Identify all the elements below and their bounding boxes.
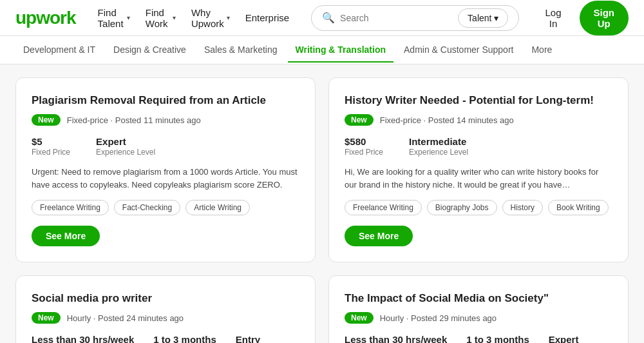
experience-value: Intermediate — [409, 136, 468, 147]
card-meta: New Hourly · Posted 24 minutes ago — [32, 312, 299, 324]
meta-text: Fixed-price · Posted 14 minutes ago — [380, 115, 514, 125]
new-badge: New — [345, 312, 374, 324]
price-label: Fixed Price — [32, 148, 70, 157]
job-details-row: $580 Fixed Price Intermediate Experience… — [345, 136, 612, 157]
tag[interactable]: Freelance Writing — [345, 200, 422, 215]
category-nav: Development & ITDesign & CreativeSales &… — [0, 36, 644, 64]
card-title: Plagiarism Removal Required from an Arti… — [32, 93, 299, 108]
cat-item-design[interactable]: Design & Creative — [106, 38, 194, 63]
main-nav: Find Talent ▾ Find Work ▾ Why Upwork ▾ E… — [91, 3, 296, 33]
price-label: Fixed Price — [345, 148, 383, 157]
new-badge: New — [345, 114, 374, 126]
nav-why-upwork[interactable]: Why Upwork ▾ — [185, 3, 236, 33]
tags: Freelance WritingFact-CheckingArticle Wr… — [32, 200, 299, 215]
tag[interactable]: Biography Jobs — [427, 200, 497, 215]
search-input[interactable] — [340, 13, 453, 23]
cat-item-sales[interactable]: Sales & Marketing — [196, 38, 285, 63]
see-more-button[interactable]: See More — [345, 226, 413, 246]
hours-block: Less than 30 hrs/week Hours needed — [32, 334, 134, 343]
nav-enterprise[interactable]: Enterprise — [239, 8, 296, 27]
cat-item-more[interactable]: More — [524, 38, 560, 63]
header: upwork Find Talent ▾ Find Work ▾ Why Upw… — [0, 0, 644, 36]
duration-block: 1 to 3 months Duration — [153, 334, 216, 343]
card-title: Social media pro writer — [32, 291, 299, 306]
chevron-down-icon: ▾ — [494, 13, 498, 23]
search-bar: 🔍 Talent ▾ — [311, 5, 519, 31]
meta-text: Hourly · Posted 29 minutes ago — [380, 313, 497, 323]
job-card-card-4: The Impact of Social Media on Society" N… — [328, 275, 629, 343]
cat-item-dev-it[interactable]: Development & IT — [15, 38, 103, 63]
main-content: Plagiarism Removal Required from an Arti… — [0, 64, 644, 343]
login-button[interactable]: Log In — [535, 2, 571, 34]
card-title: The Impact of Social Media on Society" — [345, 291, 612, 306]
hours-value: Less than 30 hrs/week — [345, 334, 447, 343]
job-card-card-3: Social media pro writer New Hourly · Pos… — [15, 275, 316, 343]
price-block: $580 Fixed Price — [345, 136, 383, 157]
logo[interactable]: upwork — [15, 8, 76, 28]
card-description: Hi, We are looking for a quality writer … — [345, 166, 612, 191]
experience-value: Expert — [96, 136, 155, 147]
tag[interactable]: Book Writing — [548, 200, 609, 215]
card-meta: New Hourly · Posted 29 minutes ago — [345, 312, 612, 324]
cat-item-admin[interactable]: Admin & Customer Support — [396, 38, 521, 63]
duration-value: 1 to 3 months — [153, 334, 216, 343]
header-actions: Log In Sign Up — [535, 1, 629, 35]
new-badge: New — [32, 114, 61, 126]
nav-find-work[interactable]: Find Work ▾ — [139, 3, 182, 33]
duration-block: 1 to 3 months Duration — [466, 334, 529, 343]
experience-label: Experience Level — [96, 148, 155, 157]
talent-dropdown-button[interactable]: Talent ▾ — [458, 8, 508, 28]
see-more-button[interactable]: See More — [32, 226, 100, 246]
card-description: Urgent: Need to remove plagiarism from a… — [32, 166, 299, 191]
price-value: $580 — [345, 136, 383, 147]
tag[interactable]: Freelance Writing — [32, 200, 109, 215]
card-meta: New Fixed-price · Posted 11 minutes ago — [32, 114, 299, 126]
chevron-down-icon: ▾ — [127, 14, 130, 21]
card-title: History Writer Needed - Potential for Lo… — [345, 93, 612, 108]
experience-block: Entry Experience Level — [236, 334, 295, 343]
meta-text: Hourly · Posted 24 minutes ago — [67, 313, 184, 323]
tags: Freelance WritingBiography JobsHistoryBo… — [345, 200, 612, 215]
duration-value: 1 to 3 months — [466, 334, 529, 343]
tag[interactable]: Article Writing — [185, 200, 250, 215]
new-badge: New — [32, 312, 61, 324]
hours-block: Less than 30 hrs/week Hours needed — [345, 334, 447, 343]
experience-block: Expert Experience Level — [549, 334, 608, 343]
jobs-grid: Plagiarism Removal Required from an Arti… — [15, 77, 629, 343]
signup-button[interactable]: Sign Up — [580, 1, 629, 35]
cat-item-writing[interactable]: Writing & Translation — [288, 38, 394, 63]
experience-block: Expert Experience Level — [96, 136, 155, 157]
experience-value: Expert — [549, 334, 608, 343]
card-meta: New Fixed-price · Posted 14 minutes ago — [345, 114, 612, 126]
price-block: $5 Fixed Price — [32, 136, 70, 157]
job-card-card-2: History Writer Needed - Potential for Lo… — [328, 77, 629, 262]
job-details-row: Less than 30 hrs/week Hours needed 1 to … — [32, 334, 299, 343]
search-icon: 🔍 — [322, 12, 335, 24]
tag[interactable]: History — [502, 200, 543, 215]
hours-value: Less than 30 hrs/week — [32, 334, 134, 343]
chevron-down-icon: ▾ — [173, 14, 176, 21]
meta-text: Fixed-price · Posted 11 minutes ago — [67, 115, 201, 125]
tag[interactable]: Fact-Checking — [114, 200, 180, 215]
price-value: $5 — [32, 136, 70, 147]
experience-label: Experience Level — [409, 148, 468, 157]
experience-block: Intermediate Experience Level — [409, 136, 468, 157]
job-details-row: $5 Fixed Price Expert Experience Level — [32, 136, 299, 157]
nav-find-talent[interactable]: Find Talent ▾ — [91, 3, 137, 33]
job-card-card-1: Plagiarism Removal Required from an Arti… — [15, 77, 316, 262]
chevron-down-icon: ▾ — [227, 14, 230, 21]
job-details-row: Less than 30 hrs/week Hours needed 1 to … — [345, 334, 612, 343]
experience-value: Entry — [236, 334, 295, 343]
